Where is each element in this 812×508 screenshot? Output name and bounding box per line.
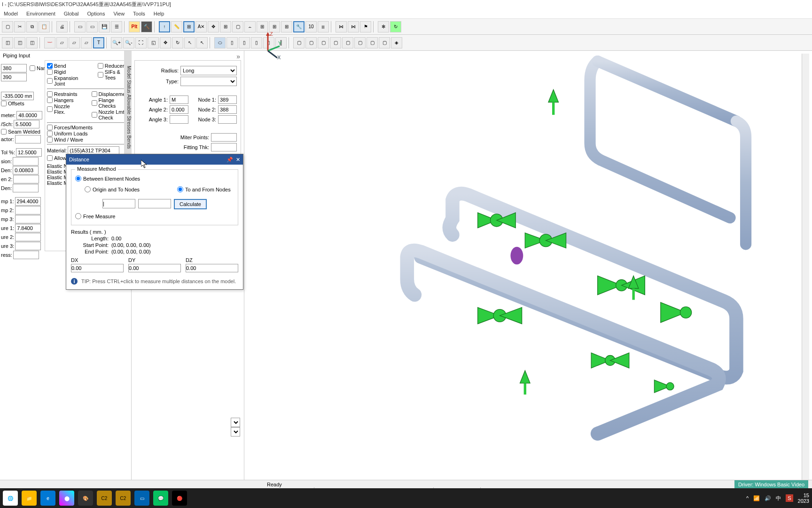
node2-input[interactable]	[218, 105, 237, 114]
rotate-icon[interactable]: ↻	[172, 37, 183, 48]
den-input[interactable]	[13, 166, 39, 175]
dz-input[interactable]	[186, 264, 238, 272]
bars-icon[interactable]: ⫼	[318, 21, 329, 32]
chrome-app[interactable]: 🌐	[3, 491, 18, 506]
dz-input[interactable]	[1, 92, 34, 100]
paint-app[interactable]: 🎨	[78, 491, 93, 506]
uniform-checkbox[interactable]	[47, 131, 53, 136]
menu-tools[interactable]: Tools	[133, 11, 145, 16]
tray-s-icon[interactable]: S	[786, 494, 793, 502]
paste-icon[interactable]: 📋	[39, 21, 50, 32]
pointer2-icon[interactable]: ↖	[196, 37, 208, 48]
grid-button[interactable]: ⊞	[183, 21, 195, 32]
page-icon[interactable]: ▱	[56, 37, 68, 48]
combo1[interactable]	[231, 418, 240, 427]
cube-icon[interactable]: ◫	[2, 37, 13, 48]
doc2-icon[interactable]: ▭	[86, 21, 98, 32]
flange-checkbox[interactable]	[92, 100, 97, 106]
viewport-3d[interactable]: Z Y X	[244, 51, 812, 488]
save-icon[interactable]: 💾	[99, 21, 110, 32]
mp2-input[interactable]	[15, 206, 41, 214]
name-checkbox[interactable]	[30, 65, 35, 71]
node-b-input[interactable]	[1, 73, 27, 81]
valve1-icon[interactable]: ⋈	[336, 21, 347, 32]
layers-icon[interactable]: ☰	[111, 21, 122, 32]
dx-input[interactable]	[71, 264, 124, 272]
move-icon[interactable]: ✥	[208, 21, 219, 32]
menu-global[interactable]: Global	[64, 11, 79, 16]
grid5-icon[interactable]: ⊞	[281, 21, 292, 32]
expansion-checkbox[interactable]	[47, 78, 53, 84]
tray[interactable]: ^ 📶 🔊 中 S 15 2023	[746, 492, 809, 504]
edge-app[interactable]: e	[40, 491, 55, 506]
zoom-fit-icon[interactable]: ⛶	[135, 37, 147, 48]
actor-input[interactable]	[15, 135, 41, 143]
copy-icon[interactable]: ⧉	[26, 21, 38, 32]
pointer-icon[interactable]: ↖	[184, 37, 195, 48]
pan-icon[interactable]: ✥	[160, 37, 171, 48]
page2-icon[interactable]: ▱	[69, 37, 80, 48]
origin-to-radio[interactable]	[85, 186, 91, 192]
tray-ime-icon[interactable]: 中	[776, 495, 781, 502]
box-icon[interactable]: ▢	[232, 21, 243, 32]
shape1-icon[interactable]: ▯	[226, 37, 238, 48]
print-icon[interactable]: 🖨	[56, 21, 68, 32]
offsets-checkbox[interactable]	[1, 101, 7, 106]
menu-options[interactable]: Options	[87, 11, 105, 16]
sch-input[interactable]	[14, 120, 39, 128]
wrench-button[interactable]: 🔧	[293, 21, 304, 32]
menu-environment[interactable]: Environment	[26, 11, 55, 16]
mp1-input[interactable]	[15, 197, 41, 206]
num-icon[interactable]: 10	[305, 21, 317, 32]
reducer-checkbox[interactable]	[98, 63, 103, 69]
copilot-app[interactable]: ⬤	[59, 491, 74, 506]
zoom-out-icon[interactable]: 🔍-	[123, 37, 134, 48]
tray-up-icon[interactable]: ^	[746, 495, 749, 501]
bend-checkbox[interactable]	[47, 63, 53, 69]
fitting-input[interactable]	[211, 143, 237, 151]
menu-model[interactable]: Model	[4, 11, 18, 16]
wechat-app[interactable]: 💬	[153, 491, 168, 506]
sion-input[interactable]	[13, 157, 39, 166]
cube3-icon[interactable]: ◫	[26, 37, 38, 48]
sifs-checkbox[interactable]	[98, 72, 103, 78]
eden-input[interactable]	[13, 184, 39, 192]
node1-input[interactable]	[218, 95, 237, 104]
grid4-icon[interactable]: ⊞	[269, 21, 280, 32]
type-select[interactable]	[180, 77, 237, 86]
from-node-input[interactable]	[102, 199, 135, 208]
window-app[interactable]: ▭	[134, 491, 149, 506]
restraints-checkbox[interactable]	[47, 91, 53, 97]
angle2-input[interactable]	[170, 105, 188, 114]
hammer-icon[interactable]: 🔨	[141, 21, 152, 32]
valve2-icon[interactable]: ⋈	[348, 21, 359, 32]
pin-icon[interactable]: 📌	[226, 157, 233, 163]
ure3-input[interactable]	[15, 242, 41, 250]
calculate-button[interactable]: Calculate	[174, 199, 207, 209]
nozzlelmt-checkbox[interactable]	[92, 112, 97, 118]
page3-icon[interactable]: ▱	[81, 37, 92, 48]
dialog-titlebar[interactable]: Distance 📌 ✕	[66, 154, 243, 165]
angle1-input[interactable]	[170, 95, 188, 104]
hangers-checkbox[interactable]	[47, 97, 53, 103]
measure-icon[interactable]: 📏	[171, 21, 182, 32]
to-from-radio[interactable]	[177, 186, 183, 192]
ure2-input[interactable]	[15, 233, 41, 241]
zoom-in-icon[interactable]: 🔍+	[111, 37, 122, 48]
meter-input[interactable]	[16, 111, 42, 119]
star-icon[interactable]: ✻	[378, 21, 389, 32]
zoom-nav-icon[interactable]: ◱	[148, 37, 159, 48]
tray-wifi-icon[interactable]: 📶	[753, 495, 760, 501]
c2-app-2[interactable]: C2	[116, 491, 131, 506]
wind-checkbox[interactable]	[47, 137, 53, 143]
cut-icon[interactable]: ✂	[14, 21, 25, 32]
node-a-input[interactable]	[1, 64, 27, 72]
node3-input[interactable]	[218, 115, 237, 124]
allowable-checkbox[interactable]	[47, 155, 53, 161]
tol-input[interactable]	[16, 148, 42, 157]
t-button[interactable]: T	[93, 37, 104, 48]
forces-checkbox[interactable]	[47, 125, 53, 130]
wave-icon[interactable]: 〰	[44, 37, 55, 48]
between-nodes-radio[interactable]	[75, 175, 81, 182]
record-app[interactable]: 🔴	[172, 491, 187, 506]
